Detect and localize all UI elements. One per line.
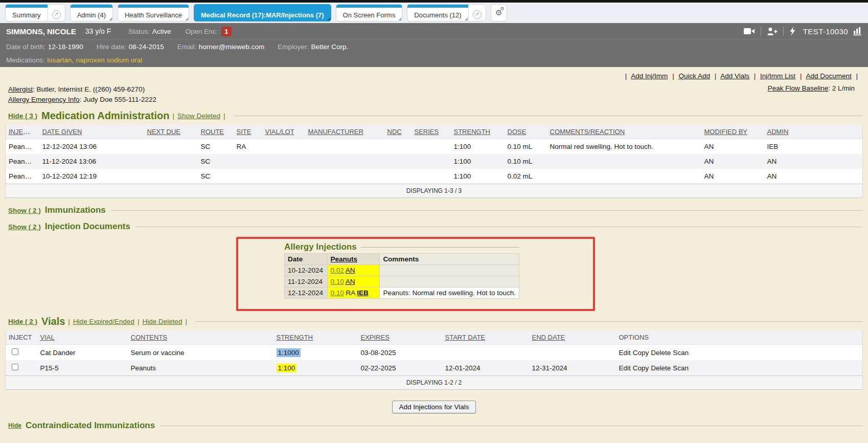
cell-manufacturer	[304, 169, 383, 184]
pipe: |	[138, 318, 140, 325]
cell-manufacturer	[304, 139, 383, 154]
lightning-bolt-icon[interactable]	[789, 27, 796, 36]
add-vials-link[interactable]: Add Vials	[720, 72, 749, 80]
divider	[761, 27, 761, 36]
sort-site[interactable]: SITE	[237, 128, 252, 136]
sort-comments[interactable]: COMMENTS/REACTION	[550, 128, 625, 136]
allergy-header-peanuts-link[interactable]: Peanuts	[331, 255, 358, 263]
scan-link[interactable]: Scan	[673, 349, 689, 357]
settings-button[interactable]: ⚙ ⚙	[491, 4, 507, 21]
medication-link-losartan[interactable]: losartan	[47, 56, 72, 64]
sort-injection[interactable]: INJECTION	[9, 128, 38, 136]
edit-link[interactable]: Edit	[619, 349, 631, 357]
sort-ndc[interactable]: NDC	[387, 128, 402, 136]
add-person-icon[interactable]	[767, 27, 778, 36]
cell-vial-lot	[261, 169, 304, 184]
dose-link[interactable]: 0.10	[331, 278, 344, 285]
admin-initials-link[interactable]: AN	[346, 267, 355, 274]
section-rule	[160, 426, 863, 426]
add-inj-imm-link[interactable]: Add Inj/Imm	[631, 72, 668, 80]
table-header-row: INJECTION DATE GIVEN NEXT DUE ROUTE SITE…	[6, 125, 863, 139]
peak-flow-baseline-link[interactable]: Peak Flow Baseline	[768, 84, 829, 92]
hide-expired-ended-link[interactable]: Hide Expired/Ended	[73, 318, 134, 325]
sort-vial[interactable]: VIAL	[40, 334, 55, 341]
cell-modified-by: AN	[700, 139, 763, 154]
edit-link[interactable]: Edit	[619, 364, 631, 372]
tab-documents[interactable]: Documents (12)	[407, 5, 468, 21]
contraindicated-hide-toggle[interactable]: Hide	[8, 422, 21, 429]
vial-inject-checkbox[interactable]	[12, 364, 18, 370]
sort-manufacturer[interactable]: MANUFACTURER	[308, 128, 363, 136]
tab-health-surveillance[interactable]: Health Surveillance	[118, 5, 189, 21]
tab-on-screen-forms[interactable]: On Screen Forms	[336, 5, 402, 21]
medication-separator: ,	[72, 56, 74, 64]
allergy-row: 11-12-2024 0.10 AN	[285, 276, 519, 287]
immunizations-show-toggle[interactable]: Show ( 2 )	[8, 207, 41, 214]
sort-modified-by[interactable]: MODIFIED BY	[704, 128, 748, 136]
documents-popout-button[interactable]: ↗	[468, 5, 486, 21]
sort-end-date[interactable]: END DATE	[532, 334, 565, 341]
admin-initials-link[interactable]: AN	[346, 278, 355, 285]
tab-admin[interactable]: Admin (4)	[71, 5, 112, 21]
sort-admin[interactable]: ADMIN	[767, 128, 789, 136]
allergist-link[interactable]: Allergist	[8, 85, 33, 93]
dose-link[interactable]: 0.10	[331, 289, 344, 297]
inj-imm-list-link[interactable]: Inj/Imm List	[760, 72, 795, 80]
cell-site	[233, 154, 261, 169]
sort-vial-lot[interactable]: VIAL/LOT	[265, 128, 294, 136]
sort-strength[interactable]: STRENGTH	[277, 334, 313, 341]
cell-next-due	[143, 154, 197, 169]
sort-dose[interactable]: DOSE	[508, 128, 527, 136]
sort-next-due[interactable]: NEXT DUE	[147, 128, 181, 136]
employer-label: Employer:	[278, 43, 309, 51]
add-injections-for-vials-button[interactable]: Add Injections for Vials	[392, 401, 475, 413]
cell-route: SC	[197, 154, 233, 169]
pipe: |	[715, 72, 717, 80]
pipe: |	[800, 72, 802, 80]
menu-notch-icon	[327, 17, 330, 20]
open-encounter-badge[interactable]: 1	[221, 27, 231, 36]
copy-link[interactable]: Copy	[633, 349, 649, 357]
sort-date-given[interactable]: DATE GIVEN	[42, 128, 82, 136]
medication-link-naproxen[interactable]: naproxen sodium oral	[76, 56, 143, 64]
quick-add-link[interactable]: Quick Add	[678, 72, 710, 80]
table-header-row: INJECT VIAL CONTENTS STRENGTH EXPIRES ST…	[6, 330, 863, 345]
delete-link[interactable]: Delete	[651, 364, 671, 372]
scan-link[interactable]: Scan	[673, 364, 689, 372]
sort-start-date[interactable]: START DATE	[445, 334, 486, 341]
video-camera-icon[interactable]	[744, 27, 755, 35]
sort-series[interactable]: SERIES	[415, 128, 439, 136]
hide-deleted-link[interactable]: Hide Deleted	[142, 318, 182, 325]
tab-summary-group: Summary ↗	[5, 4, 65, 21]
show-deleted-link[interactable]: Show Deleted	[177, 112, 220, 120]
status-value: Active	[152, 28, 171, 35]
tab-summary[interactable]: Summary	[6, 5, 48, 21]
admin-initials-link[interactable]: IEB	[357, 289, 369, 297]
add-document-link[interactable]: Add Document	[806, 72, 851, 80]
dose-link[interactable]: 0.02	[331, 267, 344, 274]
tab-medical-record[interactable]: Medical Record (17):MAR/Injections (7)	[194, 5, 331, 21]
flowsheet-chart-icon[interactable]	[853, 27, 862, 36]
vial-inject-checkbox[interactable]	[12, 348, 18, 355]
injection-documents-show-toggle[interactable]: Show ( 2 )	[8, 223, 41, 231]
sort-expires[interactable]: EXPIRES	[361, 334, 390, 341]
sort-route[interactable]: ROUTE	[201, 128, 224, 136]
med-admin-hide-toggle[interactable]: Hide ( 3 )	[8, 112, 37, 120]
allergy-header-comments: Comments	[380, 254, 519, 265]
table-pagination: DISPLAYING 1-2 / 2	[6, 376, 863, 390]
tab-label: Medical Record (17):MAR/Injections (7)	[201, 11, 324, 19]
allergy-injections-title: Allergy Injections	[284, 242, 357, 252]
copy-link[interactable]: Copy	[633, 364, 649, 372]
section-rule	[111, 210, 863, 211]
delete-link[interactable]: Delete	[651, 349, 671, 357]
summary-popout-button[interactable]: ↗	[48, 5, 65, 21]
cell-site	[233, 169, 261, 184]
vials-hide-toggle[interactable]: Hide ( 2 )	[8, 318, 37, 325]
site-code: RA	[346, 289, 355, 297]
cell-end-date: 12-31-2024	[528, 360, 615, 376]
sort-strength[interactable]: STRENGTH	[454, 128, 491, 136]
sort-contents[interactable]: CONTENTS	[131, 334, 168, 341]
allergy-emergency-info-link[interactable]: Allergy Emergency Info	[8, 96, 80, 103]
allergy-row: 12-12-2024 0.10 RA IEB Peanuts: Normal r…	[285, 287, 519, 299]
table-row: P15-5 Peanuts 1:100 02-22-2025 12-01-202…	[6, 360, 863, 376]
